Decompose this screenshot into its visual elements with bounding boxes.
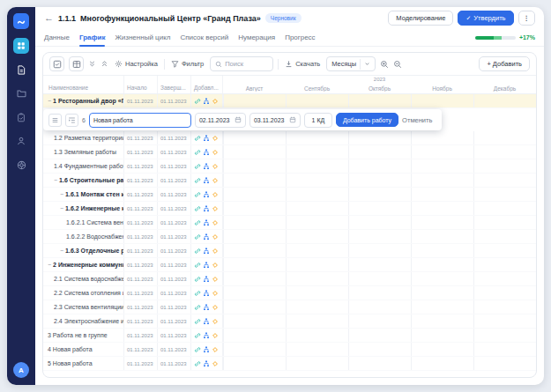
table-row[interactable]: 1.6.2.1 Система вентиля...01.11.202301.1… [43,216,536,230]
task-name-cell[interactable]: 1.2 Разметка территории [43,131,124,144]
table-row[interactable]: −1.6.2 Инженерные коммун...01.11.202301.… [43,202,536,216]
collapse-toggle[interactable]: − [60,191,63,197]
approve-button[interactable]: ✓Утвердить [458,11,513,26]
collapse-toggle[interactable]: − [60,248,63,254]
task-name-cell[interactable]: 1.4 Фундаментные работы [43,159,124,173]
end-date-input[interactable]: 03.11.2023 [249,113,301,128]
table-row[interactable]: −1.6.3 Отделочные работы01.11.202301.11.… [43,244,536,258]
sidebar-item-help[interactable] [13,157,29,173]
tab-1[interactable]: Данные [44,29,70,46]
table-row[interactable]: 2.4 Электроснабжение и осв...01.11.20230… [43,314,536,329]
add-button[interactable]: + Добавить [479,56,530,71]
task-name-cell[interactable]: 4 Новая работа [43,343,124,356]
link-icon [194,276,201,283]
submit-task-button[interactable]: Добавить работу [336,113,398,127]
select-tasks-button[interactable] [49,56,64,71]
tab-4[interactable]: Список версий [180,29,228,46]
duration-input[interactable]: 1 КД [304,113,332,128]
milestone-icon [212,276,219,283]
zoom-out-button[interactable] [393,60,402,69]
collapse-toggle[interactable]: − [60,205,63,211]
col-end[interactable]: Заверш... [158,76,191,93]
table-row[interactable]: −2 Инженерные коммуникации01.11.202301.1… [43,258,536,272]
task-name-cell[interactable]: −1.6.3 Отделочные работы [43,244,124,257]
modeling-button[interactable]: Моделирование [388,11,453,26]
hierarchy-icon [203,318,210,325]
toolbar-divider [278,59,279,70]
zoom-in-button[interactable] [380,60,389,69]
app-logo-icon[interactable] [13,13,29,29]
filter-button[interactable]: Фильтр [169,60,205,68]
search-input[interactable]: Поиск [210,56,273,71]
task-name-cell[interactable]: −2 Инженерные коммуникации [43,258,124,271]
collapse-toggle[interactable]: − [48,262,51,268]
task-added-cell [191,343,223,356]
indent-button[interactable] [65,114,78,127]
table-row[interactable]: 5 Новая работа01.11.202301.11.2023 [43,357,536,371]
table-row[interactable]: 1.4 Фундаментные работы01.11.202301.11.2… [43,159,536,174]
table-row[interactable]: −1 Ресторанный двор «Гранд Д...01.11.202… [43,94,536,108]
back-button[interactable]: ← [44,13,54,23]
sidebar-item-modules[interactable] [13,38,29,54]
download-label: Скачать [295,60,320,68]
task-name-input[interactable]: Новая работа [89,113,191,128]
sidebar-item-tasks[interactable] [13,109,29,125]
task-name-cell[interactable]: 3 Работа не в группе [43,329,124,342]
col-start[interactable]: Начало [124,76,158,93]
download-button[interactable]: Скачать [283,60,322,68]
task-name-cell[interactable]: −1.6.1 Монтаж стен и перек... [43,188,124,201]
user-avatar[interactable]: A [13,362,29,378]
more-menu-button[interactable]: ⋮ [518,11,536,26]
col-name[interactable]: Наименование [43,76,124,93]
task-timeline-cell [223,230,536,243]
table-row[interactable]: 4 Новая работа01.11.202301.11.2023 [43,343,536,357]
task-name-cell[interactable]: 2.3 Система вентиляции и ко... [43,300,124,314]
task-name-cell[interactable]: 1.6.2.2 Водоснабжение и... [43,230,124,243]
table-row[interactable]: 2.2 Система отопления и теп...01.11.2023… [43,286,536,300]
task-name-cell[interactable]: 2.2 Система отопления и теп... [43,286,124,300]
table-row[interactable]: −1.6.1 Монтаж стен и перек...01.11.20230… [43,188,536,202]
tab-2[interactable]: График [79,29,106,46]
task-name-cell[interactable]: 2.4 Электроснабжение и осв... [43,314,124,328]
start-date-input[interactable]: 02.11.2023 [195,113,246,128]
task-name-cell[interactable]: 1.6.2.1 Система вентиля... [43,216,124,229]
collapse-toggle[interactable]: − [48,98,51,104]
task-name: 1.6 Строительные работы [59,177,124,183]
tab-6[interactable]: Прогресс [285,29,315,46]
chevrons-down-icon [88,60,96,68]
task-name-cell[interactable]: 2.1 Система водоснабжения и... [43,272,124,285]
task-name-cell[interactable]: 5 Новая работа [43,357,124,370]
milestone-icon [212,98,219,105]
page-title: Многофункциональный Центр «Гранд Плаза» [80,14,261,23]
table-row[interactable]: 3 Работа не в группе01.11.202301.11.2023 [43,329,536,343]
cancel-button[interactable]: Отменить [402,116,432,124]
task-name-cell[interactable]: 1.3 Земляные работы [43,145,124,159]
col-added[interactable]: Добавл... [191,76,223,93]
task-name-cell[interactable]: −1.6.2 Инженерные коммун... [43,202,124,215]
columns-button[interactable] [69,56,84,71]
task-name-cell[interactable]: −1 Ресторанный двор «Гранд Д... [43,94,124,107]
scale-select[interactable]: Месяцы [326,56,376,71]
sidebar-item-folders[interactable] [13,85,29,101]
table-row[interactable]: 2.1 Система водоснабжения и...01.11.2023… [43,272,536,286]
tab-3[interactable]: Жизненный цикл [115,29,170,46]
task-start-cell: 01.11.2023 [124,145,158,159]
task-name-cell[interactable]: −1.6 Строительные работы [43,174,124,187]
table-row[interactable]: 1.6.2.2 Водоснабжение и...01.11.202301.1… [43,230,536,244]
sidebar-item-documents[interactable] [13,62,29,78]
link-icon [194,318,201,325]
table-row[interactable]: 1.2 Разметка территории01.11.202301.11.2… [43,131,536,145]
task-timeline-cell [223,202,536,215]
drag-handle-icon[interactable] [48,114,62,127]
table-row[interactable]: −1.6 Строительные работы01.11.202301.11.… [43,174,536,188]
collapse-toggle[interactable]: − [54,177,57,183]
settings-button[interactable]: Настройка [113,60,160,68]
table-row[interactable]: 2.3 Система вентиляции и ко...01.11.2023… [43,300,536,314]
task-name: 1 Ресторанный двор «Гранд Д... [53,98,124,104]
collapse-all-button[interactable] [101,60,108,68]
table-row[interactable]: 1.3 Земляные работы01.11.202301.11.2023 [43,145,536,159]
task-start-cell: 01.11.2023 [124,94,158,107]
sidebar-item-users[interactable] [13,133,29,149]
tab-5[interactable]: Нумерация [238,29,275,46]
expand-all-button[interactable] [88,60,96,68]
